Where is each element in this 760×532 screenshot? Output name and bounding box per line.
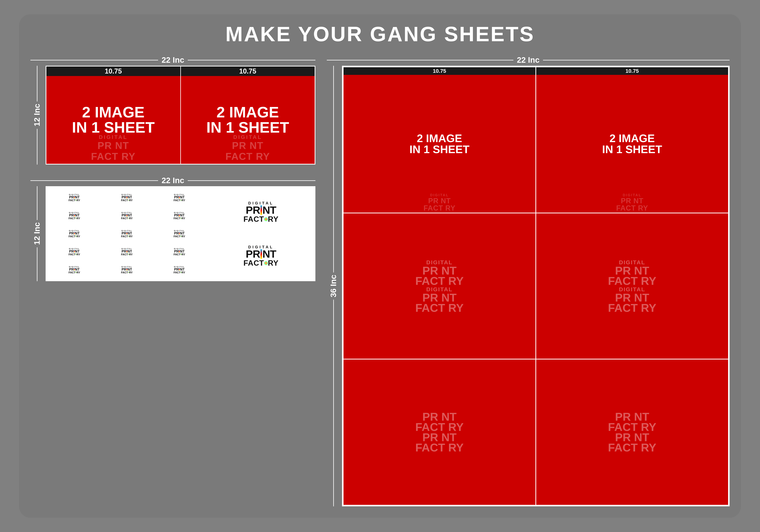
list-item: DIGITALPRNTFACTRY (153, 207, 205, 224)
r1-bar: 10.75 (344, 67, 536, 75)
small-logo-grid: DIGITALPRNTFACTRY DIGITALPRNTFACTRY DIGI… (46, 187, 207, 280)
right-panel-b2: PR NT FACT RY PR NT FACT RY (536, 360, 728, 505)
large-logo-1: DIGITAL PRNT FACTRY (243, 201, 278, 222)
right-width-label: 22 Inc (513, 56, 543, 65)
left-top-section: 22 Inc 12 Inc 10.75 (30, 56, 315, 165)
v-line-bottom (37, 129, 37, 165)
r2-line1: 2 IMAGE (602, 133, 662, 144)
m2-content: DIGITAL PR NT FACT RY DIGITAL PR NT FACT… (536, 214, 728, 359)
left-bottom-sheet-wrapper: 12 Inc DIGITALPRNTFACTRY DIGITALPRNTFACT… (30, 186, 315, 281)
left-top-height-arrow: 12 Inc (30, 66, 44, 165)
r1-text: 2 IMAGE IN 1 SHEET (344, 75, 536, 213)
b2-factory2: FACT RY (608, 443, 656, 453)
panel-1-main-text: 2 IMAGE IN 1 SHEET (46, 76, 180, 164)
r1-line2: IN 1 SHEET (409, 144, 469, 155)
r-arrow-line-right (543, 60, 730, 61)
panel-2-dim: 10.75 (184, 67, 312, 75)
large-logo-factory-2: FACTRY (243, 260, 278, 266)
left-top-gang-sheet: 10.75 2 IMAGE IN 1 SHEET DIGITAL PR NT F… (46, 66, 315, 165)
list-item: DIGITALPRNTFACTRY (101, 207, 153, 224)
list-item: DIGITALPRNTFACTRY (101, 225, 153, 243)
r2-line2: IN 1 SHEET (602, 144, 662, 155)
b1-factory: FACT RY (415, 422, 464, 432)
list-item: DIGITALPRNTFACTRY (101, 189, 153, 207)
left-bottom-height-arrow: 12 Inc (30, 186, 44, 281)
right-height-arrow: 36 Inc (327, 66, 340, 507)
main-container: MAKE YOUR GANG SHEETS 22 Inc 12 Inc (19, 14, 741, 518)
list-item: DIGITALPRNTFACTRY (48, 225, 100, 243)
list-item: DIGITALPRNTFACTRY (48, 207, 100, 224)
large-logo-print-1: PRNT (246, 205, 276, 216)
list-item: DIGITALPRNTFACTRY (101, 261, 153, 278)
left-bottom-height-label: 12 Inc (32, 220, 42, 247)
m2-print2: PR NT (615, 293, 649, 303)
m1-factory: FACT RY (415, 276, 464, 286)
page-title: MAKE YOUR GANG SHEETS (225, 22, 535, 46)
left-top-height-label: 12 Inc (32, 101, 42, 129)
panel-2-main-text: 2 IMAGE IN 1 SHEET (181, 76, 315, 164)
large-logo-section: DIGITAL PRNT FACTRY DIGITAL PRNT FACTRY (207, 187, 315, 280)
r2-big-text: 2 IMAGE IN 1 SHEET (602, 133, 662, 155)
r1-big-text: 2 IMAGE IN 1 SHEET (409, 133, 469, 155)
r-v-line-bottom (333, 300, 334, 507)
left-top-sheet-wrapper: 12 Inc 10.75 2 IMAGE IN 1 SHEET (30, 66, 315, 165)
arrow-line-left-b (30, 180, 158, 181)
left-bottom-section: 22 Inc 12 Inc DIGITAL (30, 176, 315, 281)
large-logo-factory-1: FACTRY (243, 216, 278, 222)
b1-factory2: FACT RY (415, 443, 464, 453)
m2-factory: FACT RY (608, 276, 656, 286)
list-item: DIGITALPRNTFACTRY (153, 243, 205, 261)
m2-print: PR NT (615, 266, 649, 276)
arrow-line-right (188, 60, 315, 61)
panel-2-big-text-line1: 2 IMAGE (216, 105, 279, 120)
b2-content: PR NT FACT RY PR NT FACT RY (536, 360, 728, 505)
large-logo-2: DIGITAL PRNT FACTRY (243, 245, 278, 266)
v-line-top-b (37, 186, 37, 220)
panel-1-big-text-line1: 2 IMAGE (82, 105, 145, 120)
panel-1-top-bar: 10.75 (46, 67, 180, 76)
m1-content: DIGITAL PR NT FACT RY DIGITAL PR NT FACT… (344, 214, 536, 359)
r-arrow-line-left (327, 60, 513, 61)
r2-dim: 10.75 (626, 68, 639, 74)
list-item: DIGITALPRNTFACTRY (101, 243, 153, 261)
v-line-top (37, 66, 37, 101)
m1-print: PR NT (422, 266, 456, 276)
list-item: DIGITALPRNTFACTRY (153, 261, 205, 278)
panel-1-dim: 10.75 (49, 67, 177, 75)
left-bottom-gang-sheet: DIGITALPRNTFACTRY DIGITALPRNTFACTRY DIGI… (46, 186, 315, 281)
b1-content: PR NT FACT RY PR NT FACT RY (344, 360, 536, 505)
list-item: DIGITALPRNTFACTRY (48, 261, 100, 278)
r2-bar: 10.75 (536, 67, 728, 75)
list-item: DIGITALPRNTFACTRY (48, 243, 100, 261)
content-area: 22 Inc 12 Inc 10.75 (30, 56, 730, 507)
m2-factory2: FACT RY (608, 303, 656, 313)
left-column: 22 Inc 12 Inc 10.75 (30, 56, 315, 507)
m1-factory2: FACT RY (415, 303, 464, 313)
b2-factory: FACT RY (608, 422, 656, 432)
b2-print2: PR NT (615, 432, 649, 443)
right-height-label: 36 Inc (329, 272, 338, 300)
panel-2-big-text-line2: IN 1 SHEET (206, 120, 289, 135)
b1-print2: PR NT (422, 432, 456, 443)
v-line-bottom-b (37, 247, 37, 281)
left-top-width-arrow: 22 Inc (30, 56, 315, 65)
right-panel-b1: PR NT FACT RY PR NT FACT RY (344, 360, 536, 505)
r-v-line-top (333, 66, 334, 272)
left-top-panel-1: 10.75 2 IMAGE IN 1 SHEET DIGITAL PR NT F… (46, 67, 180, 164)
b2-print: PR NT (615, 412, 649, 422)
right-panel-r2: 10.75 2 IMAGE IN 1 SHEET DIGITAL PR NT F… (536, 67, 728, 213)
list-item: DIGITALPRNTFACTRY (153, 189, 205, 207)
r2-text: 2 IMAGE IN 1 SHEET (536, 75, 728, 213)
arrow-line-right-b (188, 180, 315, 181)
left-top-panel-2: 10.75 2 IMAGE IN 1 SHEET DIGITAL PR NT F… (180, 67, 315, 164)
arrow-line-left (30, 60, 158, 61)
r1-dim: 10.75 (433, 68, 446, 74)
panel-1-big-text-line2: IN 1 SHEET (72, 120, 155, 135)
b1-print: PR NT (422, 412, 456, 422)
right-width-arrow: 22 Inc (327, 56, 730, 65)
panel-2-top-bar: 10.75 (181, 67, 315, 76)
left-top-width-label: 22 Inc (158, 56, 188, 65)
right-panel-m1: DIGITAL PR NT FACT RY DIGITAL PR NT FACT… (344, 214, 536, 359)
list-item: DIGITALPRNTFACTRY (48, 189, 100, 207)
right-panel-r1: 10.75 2 IMAGE IN 1 SHEET DIGITAL PR NT F… (344, 67, 536, 213)
